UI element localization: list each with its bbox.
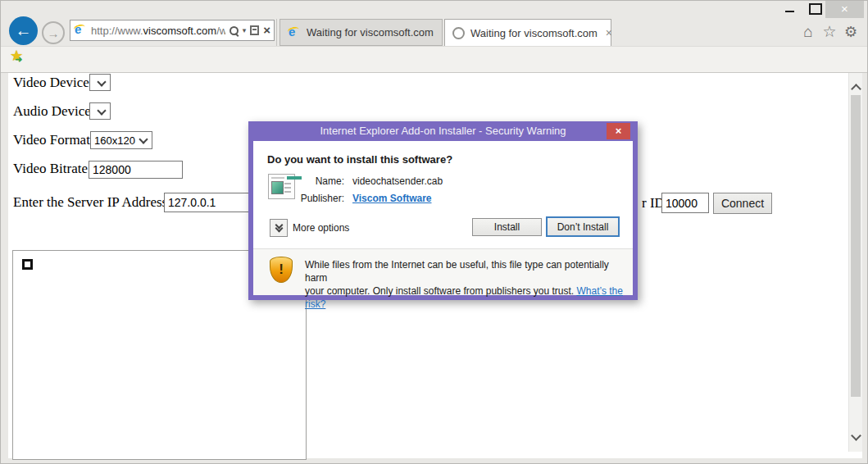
home-icon: ⌂ xyxy=(803,23,812,40)
tab-label: Waiting for viscomsoft.com xyxy=(307,26,434,39)
address-dropdown-button[interactable]: ▾ xyxy=(243,26,247,34)
minimize-button[interactable] xyxy=(778,1,801,17)
loading-spinner-icon xyxy=(452,27,465,39)
settings-button[interactable]: ⚙ xyxy=(842,23,860,41)
stop-button[interactable]: × xyxy=(263,25,270,36)
window-frame-right xyxy=(862,73,868,464)
maximize-icon xyxy=(809,3,822,15)
favorites-button[interactable]: ☆ xyxy=(820,23,838,41)
url-suffix: /w xyxy=(216,25,225,37)
maximize-button[interactable] xyxy=(804,1,827,17)
add-favorite-button[interactable]: ★ ➜ xyxy=(10,48,28,66)
address-bar[interactable]: e http://www.viscomsoft.com/w ▾ × xyxy=(70,20,275,41)
search-icon xyxy=(229,26,239,35)
url-prefix: http://www. xyxy=(91,25,143,37)
dialog-close-button[interactable]: × xyxy=(607,123,630,139)
ie-logo-icon: e xyxy=(74,24,87,37)
star-icon: ☆ xyxy=(822,23,836,40)
scrollbar-thumb[interactable] xyxy=(851,95,861,397)
server-ip-label: Enter the Server IP Address xyxy=(13,194,167,211)
warning-band: ! While files from the Internet can be u… xyxy=(253,249,633,295)
back-button[interactable]: ← xyxy=(9,16,38,45)
chevron-down-icon: ▾ xyxy=(243,26,247,34)
favorites-arrow-icon: ➜ xyxy=(15,54,22,65)
video-bitrate-input[interactable] xyxy=(89,161,183,179)
missing-plugin-icon xyxy=(22,259,33,270)
window-close-button[interactable]: × xyxy=(825,1,864,18)
search-button[interactable] xyxy=(229,26,239,35)
browser-window: × ← → e http://www.viscomsoft.com/w ▾ × … xyxy=(0,0,868,464)
gear-icon: ⚙ xyxy=(844,24,857,40)
scroll-up-icon[interactable] xyxy=(851,84,861,94)
video-format-value: 160x120 xyxy=(91,134,140,147)
audio-device-label: Audio Device xyxy=(13,103,91,120)
refresh-button[interactable] xyxy=(250,25,259,35)
url-domain: viscomsoft.com xyxy=(143,25,217,37)
warning-line2: your computer. Only install software fro… xyxy=(305,285,574,297)
chevron-down-icon xyxy=(97,106,106,115)
url-text[interactable]: http://www.viscomsoft.com/w xyxy=(91,25,225,37)
warning-shield-icon: ! xyxy=(270,257,293,283)
content-divider xyxy=(1,72,868,73)
video-bitrate-label: Video Bitrate xyxy=(13,161,88,177)
warning-text: While files from the Internet can be use… xyxy=(305,258,625,311)
vertical-scrollbar[interactable] xyxy=(848,73,862,452)
dont-install-button[interactable]: Don’t Install xyxy=(546,216,620,237)
audio-device-select[interactable] xyxy=(89,102,111,120)
video-device-select[interactable] xyxy=(89,74,111,91)
dialog-question: Do you want to install this software? xyxy=(267,153,452,166)
forward-button[interactable]: → xyxy=(42,21,65,44)
back-icon: ← xyxy=(16,21,32,40)
install-button[interactable]: Install xyxy=(472,218,542,236)
chevron-down-icon xyxy=(97,77,106,86)
dialog-title: Internet Explorer Add-on Installer - Sec… xyxy=(248,121,638,141)
chevron-down-icon xyxy=(139,134,148,143)
minimize-icon xyxy=(785,11,794,12)
tab-waiting-1[interactable]: e Waiting for viscomsoft.com xyxy=(279,19,443,46)
favorites-bar xyxy=(1,46,868,73)
user-id-input[interactable] xyxy=(661,193,709,213)
tab-separator xyxy=(276,19,277,46)
refresh-icon xyxy=(250,25,259,35)
scroll-down-icon[interactable] xyxy=(851,430,861,441)
dialog-body: Do you want to install this software? Na… xyxy=(253,141,633,295)
more-options-label: More options xyxy=(293,222,349,234)
video-format-select[interactable]: 160x120 xyxy=(90,131,152,149)
window-close-icon: × xyxy=(841,2,848,16)
publisher-link[interactable]: Viscom Software xyxy=(352,193,431,204)
video-format-label: Video Format xyxy=(13,132,90,148)
video-device-label: Video Device xyxy=(13,75,89,91)
more-options-button[interactable] xyxy=(270,219,288,237)
publisher-label: Publisher: xyxy=(286,193,344,204)
stop-icon: × xyxy=(263,25,270,36)
name-value: videochatsender.cab xyxy=(352,175,443,187)
ie-logo-icon: e xyxy=(288,26,301,39)
warning-line1: While files from the Internet can be use… xyxy=(305,259,609,284)
forward-icon: → xyxy=(48,26,60,40)
security-warning-dialog: Internet Explorer Add-on Installer - Sec… xyxy=(248,121,638,300)
tab-close-button[interactable]: × xyxy=(606,28,612,38)
close-icon: × xyxy=(616,125,622,137)
home-button[interactable]: ⌂ xyxy=(799,23,817,41)
name-label: Name: xyxy=(286,175,344,187)
tab-waiting-2-active[interactable]: Waiting for viscomsoft.com × xyxy=(444,19,611,46)
window-frame-left xyxy=(1,73,8,464)
connect-button[interactable]: Connect xyxy=(713,193,772,214)
tab-label: Waiting for viscomsoft.com xyxy=(470,27,598,39)
